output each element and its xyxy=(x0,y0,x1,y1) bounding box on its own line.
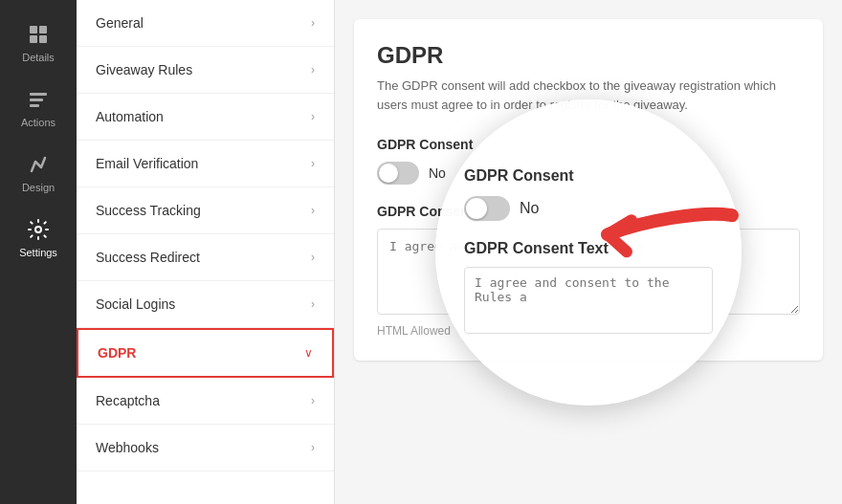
middle-navigation: General › Giveaway Rules › Automation › … xyxy=(77,0,335,504)
page-description: The GDPR consent will add checkbox to th… xyxy=(377,77,800,114)
sidebar-item-details[interactable]: Details xyxy=(0,10,77,75)
sidebar-item-actions-label: Actions xyxy=(21,117,55,128)
grid-icon xyxy=(25,21,52,48)
nav-item-email-verification-label: Email Verification xyxy=(96,156,198,171)
nav-item-social-logins[interactable]: Social Logins › xyxy=(77,281,334,328)
gdpr-card: GDPR The GDPR consent will add checkbox … xyxy=(354,19,823,361)
nav-item-webhooks-label: Webhooks xyxy=(96,440,159,455)
gdpr-consent-toggle[interactable] xyxy=(377,162,419,185)
sidebar-item-actions[interactable]: Actions xyxy=(0,75,77,140)
nav-item-giveaway-rules[interactable]: Giveaway Rules › xyxy=(77,47,334,94)
chevron-right-icon: › xyxy=(311,297,315,311)
gdpr-consent-text-label: GDPR Consent Text xyxy=(377,204,800,219)
gdpr-consent-textarea[interactable] xyxy=(377,229,800,315)
svg-rect-5 xyxy=(30,99,43,101)
chevron-right-icon: › xyxy=(311,394,315,407)
gdpr-consent-label: GDPR Consent xyxy=(377,137,800,152)
nav-item-success-tracking-label: Success Tracking xyxy=(96,203,201,218)
sidebar-item-settings-label: Settings xyxy=(19,247,57,258)
chevron-right-icon: › xyxy=(311,251,315,264)
chevron-right-icon: › xyxy=(311,204,315,217)
svg-rect-2 xyxy=(30,35,37,43)
sidebar-item-details-label: Details xyxy=(22,52,55,63)
actions-icon xyxy=(25,86,52,113)
svg-rect-1 xyxy=(39,26,47,33)
chevron-right-icon: › xyxy=(311,157,315,170)
page-title: GDPR xyxy=(377,42,800,69)
nav-item-recaptcha[interactable]: Recaptcha › xyxy=(77,378,334,425)
chevron-right-icon: › xyxy=(311,110,315,123)
nav-item-gdpr[interactable]: GDPR ∨ xyxy=(77,328,334,378)
chevron-down-icon: ∨ xyxy=(304,346,313,360)
html-allowed-label: HTML Allowed xyxy=(377,324,800,338)
nav-item-success-tracking[interactable]: Success Tracking › xyxy=(77,187,334,234)
gdpr-consent-toggle-row: No xyxy=(377,162,800,185)
chevron-right-icon: › xyxy=(311,16,315,30)
nav-item-webhooks[interactable]: Webhooks › xyxy=(77,425,334,471)
nav-item-gdpr-label: GDPR xyxy=(98,345,136,361)
nav-item-automation[interactable]: Automation › xyxy=(77,94,334,141)
nav-item-general[interactable]: General › xyxy=(77,0,334,47)
sidebar-item-design-label: Design xyxy=(22,182,55,193)
sidebar-item-settings[interactable]: Settings xyxy=(0,205,77,270)
settings-icon xyxy=(25,216,52,243)
nav-item-giveaway-rules-label: Giveaway Rules xyxy=(96,62,192,77)
nav-item-social-logins-label: Social Logins xyxy=(96,296,175,312)
toggle-no-label: No xyxy=(429,165,446,181)
svg-point-7 xyxy=(35,227,41,232)
design-icon xyxy=(25,151,52,178)
nav-item-general-label: General xyxy=(96,15,144,31)
svg-rect-4 xyxy=(30,93,47,96)
chevron-right-icon: › xyxy=(311,441,315,454)
nav-item-email-verification[interactable]: Email Verification › xyxy=(77,141,334,187)
main-content: GDPR The GDPR consent will add checkbox … xyxy=(335,0,842,504)
nav-item-automation-label: Automation xyxy=(96,109,164,124)
svg-rect-0 xyxy=(30,26,37,33)
nav-item-success-redirect[interactable]: Success Redirect › xyxy=(77,234,334,281)
chevron-right-icon: › xyxy=(311,63,315,77)
nav-item-recaptcha-label: Recaptcha xyxy=(96,393,160,408)
svg-rect-6 xyxy=(30,104,39,107)
svg-rect-3 xyxy=(39,35,47,43)
nav-item-success-redirect-label: Success Redirect xyxy=(96,250,200,265)
sidebar: Details Actions Design Settings xyxy=(0,0,77,504)
sidebar-item-design[interactable]: Design xyxy=(0,140,77,205)
